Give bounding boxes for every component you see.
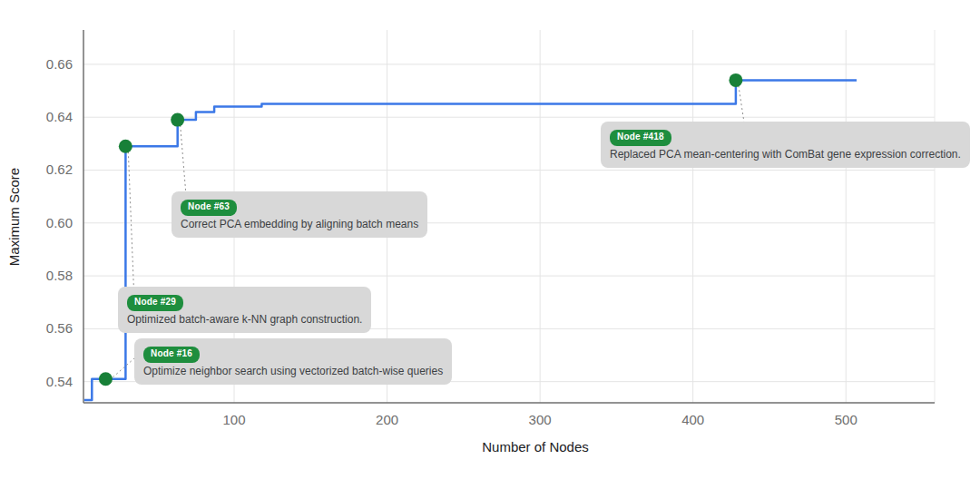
x-tick-label: 400	[681, 412, 704, 427]
annotation-connector	[128, 152, 133, 287]
node-marker[interactable]	[99, 372, 113, 386]
y-tick-label: 0.64	[46, 109, 73, 124]
node-marker[interactable]	[171, 113, 184, 127]
y-tick-label: 0.54	[46, 374, 73, 389]
x-axis-title: Number of Nodes	[482, 439, 589, 455]
chart-canvas: 1002003004005000.540.560.580.600.620.640…	[0, 0, 980, 479]
node-marker[interactable]	[119, 140, 132, 153]
y-tick-label: 0.58	[46, 268, 73, 283]
y-tick-label: 0.60	[46, 215, 73, 230]
y-tick-label: 0.62	[46, 161, 73, 177]
x-tick-label: 500	[835, 412, 858, 427]
annotation-connector	[739, 85, 744, 122]
annotation-connector	[181, 125, 186, 191]
y-tick-label: 0.66	[46, 56, 73, 72]
y-axis-title: Maximum Score	[6, 168, 22, 266]
annotation-connector	[113, 358, 134, 377]
x-tick-label: 100	[223, 412, 246, 427]
max-score-chart: 1002003004005000.540.560.580.600.620.640…	[0, 0, 980, 479]
x-tick-label: 200	[376, 412, 398, 427]
y-tick-label: 0.56	[46, 320, 73, 336]
score-step-line	[84, 80, 857, 400]
x-tick-label: 300	[529, 412, 552, 427]
node-marker[interactable]	[729, 73, 742, 87]
